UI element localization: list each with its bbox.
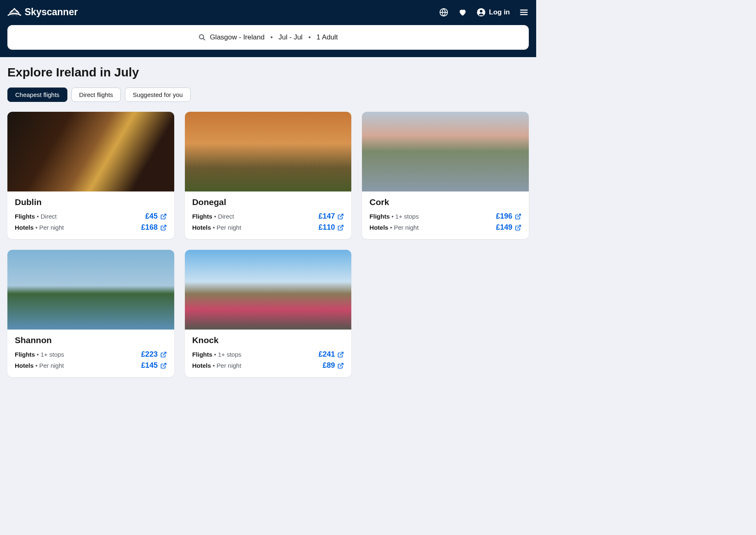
svg-point-2 [480, 10, 482, 12]
destination-name: Shannon [15, 335, 167, 345]
destination-name: Dublin [15, 197, 167, 207]
destination-card-shannon[interactable]: Shannon Flights • 1+ stops £223 Hotels •… [7, 250, 174, 377]
svg-line-10 [340, 214, 343, 217]
flights-row[interactable]: Flights • Direct £45 [15, 212, 167, 221]
filter-tab-direct-flights[interactable]: Direct flights [71, 88, 121, 102]
login-button[interactable]: Log in [477, 8, 510, 17]
hotels-label: Hotels • Per night [192, 362, 241, 369]
search-dates: Jul - Jul [279, 33, 303, 42]
menu-button[interactable] [519, 7, 529, 17]
external-link-icon [337, 213, 344, 220]
flights-label: Flights • 1+ stops [15, 351, 64, 358]
destination-image [7, 112, 174, 191]
hotels-row[interactable]: Hotels • Per night £145 [15, 361, 167, 370]
external-link-icon [515, 224, 521, 231]
card-body: Dublin Flights • Direct £45 Hotels • Per… [7, 191, 174, 239]
card-body: Knock Flights • 1+ stops £241 Hotels • P… [185, 330, 352, 377]
destination-image [185, 112, 352, 191]
svg-line-14 [163, 352, 166, 355]
heart-icon [458, 8, 467, 17]
hotels-price: £168 [141, 223, 167, 232]
page-title: Explore Ireland in July [7, 65, 529, 79]
flights-label: Flights • 1+ stops [192, 351, 242, 358]
external-link-icon [160, 224, 167, 231]
external-link-icon [515, 213, 521, 220]
destination-card-cork[interactable]: Cork Flights • 1+ stops £196 Hotels • Pe… [362, 112, 529, 239]
external-link-icon [160, 213, 167, 220]
flights-price: £241 [318, 350, 344, 359]
region-button[interactable] [439, 7, 449, 17]
hotels-row[interactable]: Hotels • Per night £89 [192, 361, 344, 370]
svg-line-16 [340, 352, 343, 355]
header-actions: Log in [439, 7, 529, 17]
destination-grid: Dublin Flights • Direct £45 Hotels • Per… [7, 112, 529, 377]
login-label: Log in [489, 8, 510, 16]
hotels-price: £110 [318, 223, 344, 232]
destination-name: Cork [369, 197, 521, 207]
destination-name: Knock [192, 335, 344, 345]
destination-card-dublin[interactable]: Dublin Flights • Direct £45 Hotels • Per… [7, 112, 174, 239]
destination-card-donegal[interactable]: Donegal Flights • Direct £147 Hotels • P… [185, 112, 352, 239]
menu-icon [519, 8, 528, 17]
search-icon [198, 34, 206, 41]
account-icon [477, 8, 486, 17]
favorites-button[interactable] [458, 7, 468, 17]
svg-line-9 [163, 225, 166, 228]
flights-label: Flights • Direct [192, 213, 234, 220]
flights-price: £45 [145, 212, 167, 221]
svg-line-13 [518, 225, 521, 228]
destination-image [7, 250, 174, 330]
svg-line-12 [518, 214, 521, 217]
brand-name: Skyscanner [25, 7, 78, 18]
hotels-price: £145 [141, 361, 167, 370]
flights-row[interactable]: Flights • Direct £147 [192, 212, 344, 221]
brand-logo[interactable]: Skyscanner [7, 7, 78, 18]
destination-name: Donegal [192, 197, 344, 207]
search-route: Glasgow - Ireland [210, 33, 265, 42]
card-body: Shannon Flights • 1+ stops £223 Hotels •… [7, 330, 174, 377]
globe-icon [439, 8, 448, 17]
flights-price: £147 [318, 212, 344, 221]
filter-tab-suggested-for-you[interactable]: Suggested for you [125, 88, 191, 102]
main-content: Explore Ireland in July Cheapest flights… [0, 57, 536, 394]
hotels-row[interactable]: Hotels • Per night £168 [15, 223, 167, 232]
flights-price: £223 [141, 350, 167, 359]
external-link-icon [337, 224, 344, 231]
card-body: Donegal Flights • Direct £147 Hotels • P… [185, 191, 352, 239]
flights-row[interactable]: Flights • 1+ stops £223 [15, 350, 167, 359]
svg-line-15 [163, 363, 166, 366]
destination-image [362, 112, 529, 191]
flights-row[interactable]: Flights • 1+ stops £241 [192, 350, 344, 359]
hotels-row[interactable]: Hotels • Per night £149 [369, 223, 521, 232]
flights-row[interactable]: Flights • 1+ stops £196 [369, 212, 521, 221]
svg-point-6 [199, 35, 204, 39]
hotels-label: Hotels • Per night [15, 362, 64, 369]
external-link-icon [160, 362, 167, 369]
external-link-icon [160, 351, 167, 358]
search-separator: • [270, 33, 273, 42]
destination-card-knock[interactable]: Knock Flights • 1+ stops £241 Hotels • P… [185, 250, 352, 377]
svg-line-8 [163, 214, 166, 217]
flights-label: Flights • 1+ stops [369, 213, 419, 220]
svg-line-7 [203, 38, 205, 40]
hotels-label: Hotels • Per night [192, 224, 241, 231]
search-bar[interactable]: Glasgow - Ireland • Jul - Jul • 1 Adult [7, 25, 529, 50]
site-header: Skyscanner Log in [0, 0, 536, 57]
hotels-row[interactable]: Hotels • Per night £110 [192, 223, 344, 232]
flights-price: £196 [496, 212, 521, 221]
filter-tab-cheapest-flights[interactable]: Cheapest flights [7, 88, 67, 102]
search-separator: • [308, 33, 311, 42]
external-link-icon [337, 362, 344, 369]
search-travelers: 1 Adult [316, 33, 338, 42]
external-link-icon [337, 351, 344, 358]
destination-image [185, 250, 352, 330]
hotels-price: £89 [323, 361, 344, 370]
svg-line-17 [340, 363, 343, 366]
hotels-label: Hotels • Per night [15, 224, 64, 231]
svg-line-11 [340, 225, 343, 228]
hotels-price: £149 [496, 223, 521, 232]
hotels-label: Hotels • Per night [369, 224, 418, 231]
skyscanner-icon [7, 7, 21, 18]
header-top: Skyscanner Log in [7, 7, 529, 18]
flights-label: Flights • Direct [15, 213, 57, 220]
